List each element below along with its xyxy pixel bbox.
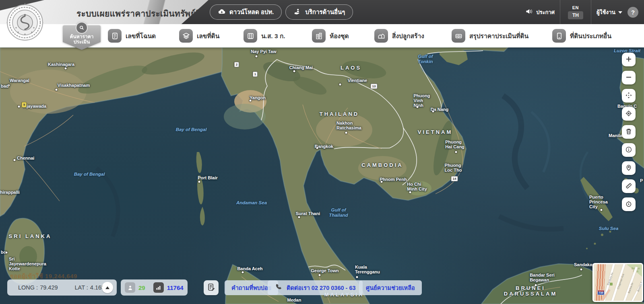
map-landmass bbox=[0, 47, 644, 304]
marker-button[interactable] bbox=[622, 161, 636, 175]
nav-item-condo[interactable]: ห้องชุด bbox=[312, 29, 349, 43]
deed-document-icon bbox=[108, 29, 122, 43]
survey-button[interactable] bbox=[204, 280, 219, 295]
zoom-out-button[interactable] bbox=[622, 71, 636, 84]
zoom-in-button[interactable] bbox=[622, 53, 636, 66]
delete-button[interactable] bbox=[622, 125, 636, 139]
nav-item-other-land[interactable]: ที่ดินประเภทอื่น bbox=[552, 29, 611, 43]
expand-panel-button[interactable] bbox=[102, 282, 113, 293]
treasury-department-seal bbox=[5, 2, 45, 43]
map-controls bbox=[622, 53, 636, 211]
contact-us-button[interactable]: ติดต่อเรา 02 270 0360 - 63 bbox=[268, 280, 363, 295]
map-canvas[interactable]: LAOSTHAILANDVIETNAMCAMBODIASRI LANKAMALA… bbox=[0, 47, 644, 304]
pan-button[interactable] bbox=[622, 89, 636, 103]
clipboard-pencil-icon bbox=[207, 283, 216, 293]
measure-button[interactable] bbox=[622, 179, 636, 193]
help-button[interactable]: ? bbox=[627, 7, 638, 18]
app-window: LAOSTHAILANDVIETNAMCAMBODIASRI LANKAMALA… bbox=[0, 0, 644, 304]
search-icon bbox=[76, 22, 88, 34]
chevron-down-icon bbox=[618, 11, 622, 14]
visitor-stats-panel: 29 11764 bbox=[121, 279, 188, 296]
lang-th-button[interactable]: TH bbox=[568, 11, 583, 19]
header-bar: ระบบเผยแพร่ราคาประเมินทรัพย์สิน ดาวน์โหล… bbox=[0, 0, 644, 24]
announcements-button[interactable]: ประกาศ bbox=[525, 8, 555, 16]
other-services-button[interactable]: บริการด้านอื่นๆ bbox=[285, 4, 353, 20]
visits-chart-icon bbox=[153, 282, 164, 293]
nav-item-ns3k[interactable]: น.ส. 3 ก. bbox=[244, 29, 285, 43]
latitude-label: LAT : bbox=[75, 284, 88, 291]
zoom-out-icon bbox=[625, 74, 632, 82]
minimap-road-label: Brooks A bbox=[636, 281, 642, 292]
locate-icon bbox=[625, 110, 632, 118]
help-center-button[interactable]: ศูนย์ความช่วยเหลือ bbox=[359, 280, 422, 295]
online-users-count: 29 bbox=[138, 284, 145, 291]
nav-item-land-no[interactable]: เลขที่ดิน bbox=[179, 29, 219, 43]
search-assessment-badge[interactable]: ค้นหาราคา ประเมิน bbox=[63, 22, 101, 50]
minimap-marker bbox=[610, 283, 613, 286]
compass-button[interactable] bbox=[622, 197, 636, 211]
tablet-icon bbox=[552, 29, 566, 43]
nav-item-chanote[interactable]: เลขที่โฉนด bbox=[108, 29, 156, 43]
condo-building-icon bbox=[312, 29, 326, 43]
money-icon bbox=[452, 29, 465, 43]
measure-icon bbox=[625, 182, 632, 191]
user-menu[interactable]: ผู้ใช้งาน bbox=[597, 8, 622, 16]
header-divider bbox=[560, 0, 560, 24]
nav-item-building[interactable]: สิ่งปลูกสร้าง bbox=[374, 29, 424, 43]
header-divider bbox=[591, 0, 591, 24]
longitude-value: 79.429 bbox=[40, 284, 58, 291]
megaphone-icon bbox=[525, 8, 533, 16]
triangle-up-icon bbox=[105, 286, 109, 289]
land-grid-icon bbox=[244, 29, 257, 43]
locate-button[interactable] bbox=[622, 107, 636, 121]
phone-icon bbox=[275, 283, 283, 292]
delete-icon bbox=[625, 128, 632, 136]
marker-icon bbox=[625, 164, 632, 173]
search-badge-label: ค้นหาราคา ประเมิน bbox=[63, 34, 101, 45]
cloud-download-icon bbox=[218, 8, 226, 17]
info-button[interactable] bbox=[622, 143, 636, 157]
longitude-label: LONG : bbox=[18, 284, 38, 291]
pan-icon bbox=[625, 92, 632, 100]
visits-count: 11764 bbox=[167, 284, 184, 291]
lang-en-button[interactable]: EN bbox=[572, 5, 579, 10]
info-icon bbox=[625, 146, 632, 154]
compass-icon bbox=[625, 200, 632, 209]
coordinates-panel: LONG : 79.429 LAT : 4.165 bbox=[7, 279, 117, 296]
language-switcher: EN TH bbox=[566, 5, 586, 19]
houses-icon bbox=[374, 29, 388, 43]
online-users-icon bbox=[125, 282, 135, 293]
nav-item-summary[interactable]: สรุปราคาประเมินที่ดิน bbox=[452, 29, 528, 43]
zoom-in-icon bbox=[625, 55, 632, 64]
service-hand-icon bbox=[293, 8, 301, 17]
download-local-gov-button[interactable]: ดาวน์โหลด อปท. bbox=[210, 4, 282, 20]
layers-icon bbox=[179, 29, 193, 43]
app-title: ระบบเผยแพร่ราคาประเมินทรัพย์สิน bbox=[76, 7, 206, 20]
overview-minimap[interactable]: Banner Park Banbury Av Chapman Ave Barth… bbox=[592, 263, 643, 302]
minimap-interstate-shield: 710 bbox=[597, 290, 605, 295]
